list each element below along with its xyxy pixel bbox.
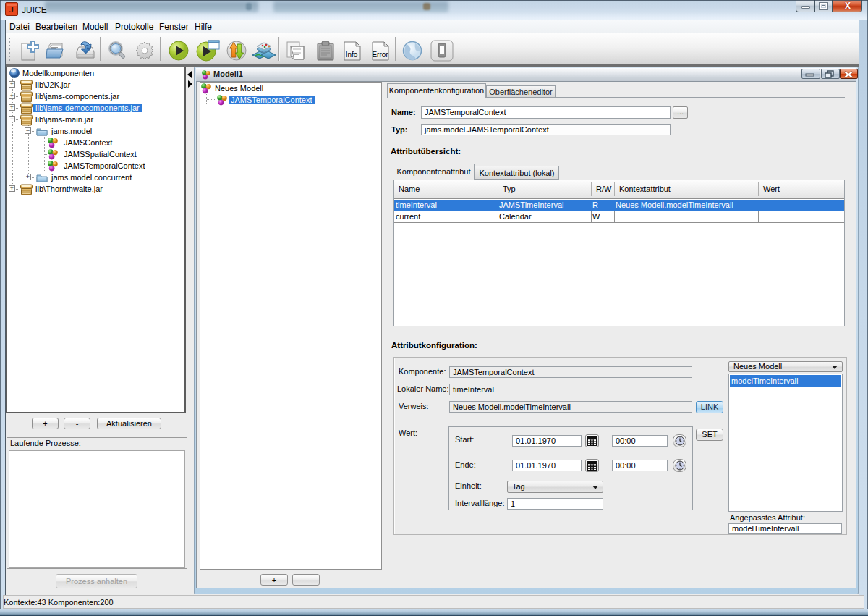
svg-text:J: J <box>9 4 14 14</box>
svg-text:Info: Info <box>346 51 358 59</box>
svg-text:Error: Error <box>372 51 388 59</box>
